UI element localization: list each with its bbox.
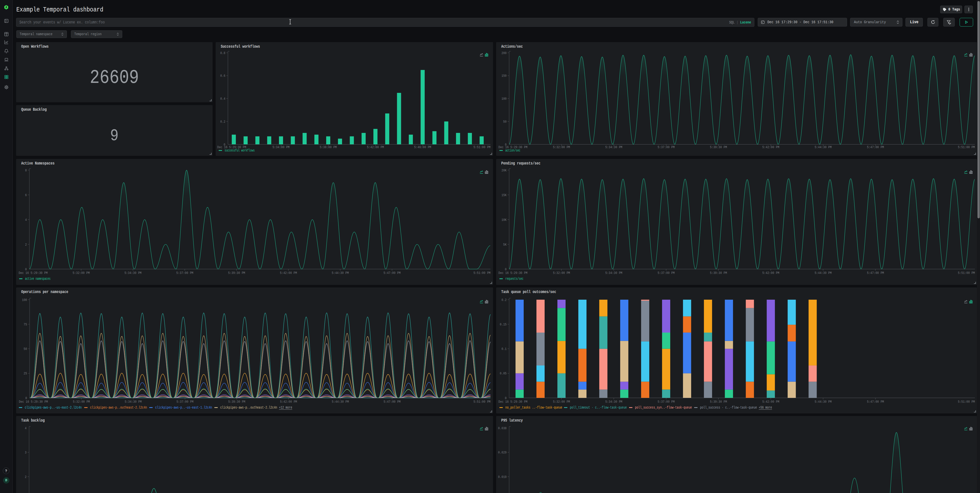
svg-text:5:32:00 PM: 5:32:00 PM [553, 400, 570, 404]
svg-text:0.038: 0.038 [498, 426, 507, 430]
svg-text:4: 4 [25, 426, 27, 430]
svg-text:2: 2 [25, 243, 27, 247]
svg-text:5:32:00 PM: 5:32:00 PM [73, 271, 90, 275]
svg-text:5:42:00 PM: 5:42:00 PM [280, 271, 297, 275]
svg-text:+12 more: +12 more [279, 406, 292, 410]
svg-text:5:47:00 PM: 5:47:00 PM [383, 400, 401, 404]
svg-text:5:32:00 PM: 5:32:00 PM [73, 400, 90, 404]
svg-text:5:39:30 PM: 5:39:30 PM [228, 271, 245, 275]
svg-text:0.6: 0.6 [220, 74, 225, 78]
svg-text:5:37:00 PM: 5:37:00 PM [658, 271, 675, 275]
svg-text:Dec 16 5:29:30 PM: Dec 16 5:29:30 PM [19, 400, 48, 404]
svg-text:5:44:30 PM: 5:44:30 PM [332, 271, 349, 275]
svg-text:5:47:00 PM: 5:47:00 PM [867, 271, 884, 275]
svg-text:50: 50 [24, 347, 27, 351]
svg-text:poll_success_syn..-flow-task-q: poll_success_syn..-flow-task-queue [635, 406, 692, 410]
svg-text:2: 2 [25, 475, 27, 479]
svg-text:poll_success · c..-flow-task-q: poll_success · c..-flow-task-queue [700, 406, 757, 410]
svg-text:5:51:00 PM: 5:51:00 PM [958, 271, 975, 275]
svg-text:5:47:00 PM: 5:47:00 PM [867, 145, 884, 149]
svg-text:requests/sec: requests/sec [505, 277, 523, 281]
svg-text:5:44:30 PM: 5:44:30 PM [332, 400, 349, 404]
svg-text:5:47:00 PM: 5:47:00 PM [867, 400, 884, 404]
svg-text:5:38:00 PM: 5:38:00 PM [320, 145, 337, 149]
svg-text:5K: 5K [503, 243, 507, 247]
svg-text:5:44:30 PM: 5:44:30 PM [815, 400, 832, 404]
svg-text:clickpipes-aws-p..-us-east-2.l: clickpipes-aws-p..-us-east-2.l2c4n [25, 406, 82, 410]
svg-text:0.019: 0.019 [498, 475, 507, 479]
svg-text:0.05: 0.05 [500, 372, 507, 376]
svg-text:0.1: 0.1 [501, 347, 507, 351]
svg-text:8: 8 [25, 169, 27, 173]
svg-text:5:37:00 PM: 5:37:00 PM [177, 271, 193, 275]
svg-text:Dec 16 5:29:30 PM: Dec 16 5:29:30 PM [498, 271, 528, 275]
svg-text:5:42:00 PM: 5:42:00 PM [280, 400, 297, 404]
svg-text:5:39:30 PM: 5:39:30 PM [710, 271, 727, 275]
svg-text:5:51:00 PM: 5:51:00 PM [958, 400, 975, 404]
svg-text:5:47:00 PM: 5:47:00 PM [383, 271, 401, 275]
svg-text:25: 25 [24, 372, 27, 376]
svg-text:5:34:30 PM: 5:34:30 PM [124, 400, 142, 404]
svg-text:15K: 15K [501, 193, 507, 197]
svg-text:50: 50 [503, 120, 507, 124]
svg-text:3: 3 [25, 451, 27, 455]
svg-text:5:39:30 PM: 5:39:30 PM [710, 145, 727, 149]
svg-text:0.029: 0.029 [498, 451, 507, 455]
svg-text:Dec 16 5:29:30 PM: Dec 16 5:29:30 PM [498, 400, 528, 404]
svg-text:clickpipes-aws-p..outheast-2.l: clickpipes-aws-p..outheast-2.l2c4n [90, 406, 147, 410]
svg-text:100: 100 [501, 97, 507, 101]
svg-text:5:34:30 PM: 5:34:30 PM [605, 145, 622, 149]
svg-text:20K: 20K [501, 169, 507, 173]
svg-text:5:32:00 PM: 5:32:00 PM [553, 271, 570, 275]
svg-text:0: 0 [505, 268, 507, 271]
svg-text:no_poller_tasks ..-flow-task-q: no_poller_tasks ..-flow-task-queue [505, 406, 562, 410]
svg-text:150: 150 [501, 74, 507, 78]
svg-text:5:37:00 PM: 5:37:00 PM [658, 145, 675, 149]
svg-text:0.2: 0.2 [501, 298, 507, 302]
svg-text:100: 100 [22, 298, 27, 302]
svg-text:5:42:00 PM: 5:42:00 PM [762, 271, 780, 275]
svg-text:6: 6 [25, 193, 27, 197]
svg-text:5:34:30 PM: 5:34:30 PM [124, 271, 142, 275]
svg-text:5:32:00 PM: 5:32:00 PM [553, 145, 570, 149]
svg-text:5:51:00 PM: 5:51:00 PM [473, 145, 490, 149]
svg-text:5:51:00 PM: 5:51:00 PM [958, 145, 975, 149]
svg-text:5:51:00 PM: 5:51:00 PM [473, 400, 490, 404]
svg-text:Dec 16 5:29:30 PM: Dec 16 5:29:30 PM [19, 271, 48, 275]
svg-text:200: 200 [501, 51, 507, 55]
svg-text:5:37:00 PM: 5:37:00 PM [177, 400, 193, 404]
svg-text:5:34:00 PM: 5:34:00 PM [272, 145, 290, 149]
svg-text:4: 4 [25, 218, 27, 222]
svg-text:10K: 10K [501, 218, 507, 222]
svg-text:0: 0 [25, 396, 27, 400]
svg-text:successful workflows: successful workflows [224, 149, 255, 152]
svg-text:5:39:30 PM: 5:39:30 PM [228, 400, 245, 404]
svg-text:5:46:00 PM: 5:46:00 PM [414, 145, 431, 149]
svg-text:clickpipes-aws-p..outheast-2.l: clickpipes-aws-p..outheast-2.l2c4n [220, 406, 277, 410]
svg-text:active namespaces: active namespaces [25, 277, 51, 281]
svg-text:5:44:30 PM: 5:44:30 PM [815, 145, 832, 149]
svg-text:5:37:00 PM: 5:37:00 PM [658, 400, 675, 404]
svg-text:5:39:30 PM: 5:39:30 PM [710, 400, 727, 404]
svg-text:0.2: 0.2 [220, 120, 225, 124]
svg-text:action/sec: action/sec [505, 149, 520, 152]
svg-text:5:51:00 PM: 5:51:00 PM [473, 271, 490, 275]
svg-text:75: 75 [24, 323, 27, 327]
svg-text:0.15: 0.15 [500, 323, 507, 327]
svg-text:clickpipes-aws-p..-us-east-1.l: clickpipes-aws-p..-us-east-1.l2c4n [155, 406, 212, 410]
svg-text:5:42:00 PM: 5:42:00 PM [762, 145, 780, 149]
svg-text:5:34:30 PM: 5:34:30 PM [605, 400, 622, 404]
svg-text:0: 0 [505, 396, 507, 400]
svg-text:0.8: 0.8 [220, 51, 225, 55]
svg-text:5:42:00 PM: 5:42:00 PM [367, 145, 384, 149]
svg-text:+56 more: +56 more [759, 406, 772, 410]
svg-text:poll_timeout · c..-flow-task-q: poll_timeout · c..-flow-task-queue [570, 406, 627, 410]
svg-text:5:44:30 PM: 5:44:30 PM [815, 271, 832, 275]
svg-text:0: 0 [25, 268, 27, 271]
svg-text:0.4: 0.4 [220, 97, 225, 101]
svg-text:5:42:00 PM: 5:42:00 PM [762, 400, 780, 404]
svg-text:5:34:30 PM: 5:34:30 PM [605, 271, 622, 275]
